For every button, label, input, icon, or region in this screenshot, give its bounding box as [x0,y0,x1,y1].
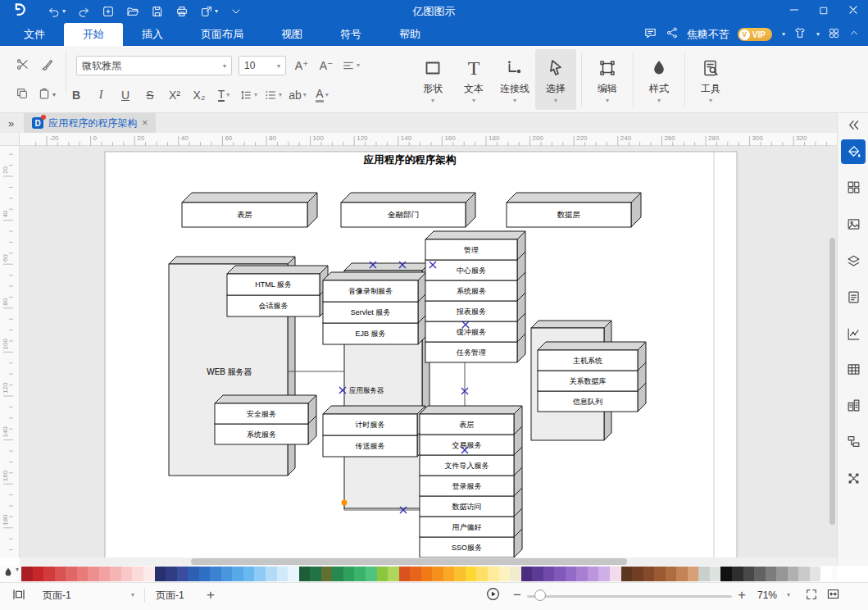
palette-swatch[interactable] [77,567,89,581]
zoom-out-button[interactable]: − [513,583,521,608]
palette-swatch[interactable] [621,567,633,581]
save-button[interactable] [146,3,169,20]
palette-swatch[interactable] [321,567,333,581]
horizontal-scrollbar[interactable] [20,558,837,566]
underline-button[interactable]: U [113,84,138,106]
connector-endpoint-dot[interactable] [342,500,348,506]
italic-button[interactable]: I [89,84,113,106]
palette-swatch[interactable] [354,567,366,581]
apps-grid-icon[interactable] [828,27,840,43]
palette-swatch[interactable] [443,567,455,581]
menu-tab-6[interactable]: 符号 [321,23,380,46]
palette-swatch[interactable] [277,567,289,581]
palette-swatch[interactable] [632,567,643,581]
palette-swatch[interactable] [554,567,566,581]
diagram-service-stack-3[interactable]: EJB 服务Servlet 服务音像录制服务 [323,272,426,344]
diagram-layer-box-1[interactable]: 表层 [182,193,317,227]
palette-swatch[interactable] [288,567,299,581]
diagram-service-stack-2[interactable]: 系统服务安全服务 [215,395,316,444]
font-color-button[interactable]: A▾ [310,84,334,106]
palette-swatch[interactable] [399,567,411,581]
palette-swatch[interactable] [410,567,421,581]
connector-tool-button[interactable]: 连接线▾ [494,49,535,110]
zoom-level[interactable]: 71% [757,583,777,608]
palette-swatch[interactable] [366,567,377,581]
edit-tool-button[interactable]: 编辑▾ [587,49,628,110]
add-page-button[interactable]: + [207,583,215,608]
zoom-slider-track[interactable] [527,595,732,598]
bullet-list-button[interactable]: ▾ [261,84,285,106]
diagram-service-stack-7[interactable]: 信息队列关系数据库主机系统 [538,342,646,412]
palette-swatch[interactable] [132,567,143,581]
palette-swatch[interactable] [88,567,99,581]
palette-swatch[interactable] [310,567,321,581]
palette-swatch[interactable] [810,567,821,581]
character-spacing-button[interactable]: ab▾ [285,84,310,106]
zoom-in-button[interactable]: + [738,583,746,608]
tab-list-expander[interactable]: » [8,117,12,130]
palette-swatch[interactable] [121,567,133,581]
vip-badge[interactable]: V VIP [738,28,772,41]
menu-tab-4[interactable]: 页面布局 [182,23,262,46]
fill-color-icon[interactable]: ▾ [0,567,21,581]
palette-swatch[interactable] [110,567,121,581]
palette-swatch[interactable] [454,567,466,581]
copy-button[interactable] [10,84,34,106]
palette-swatch[interactable] [221,567,233,581]
palette-swatch[interactable] [643,567,655,581]
palette-swatch[interactable] [143,567,155,581]
strikethrough-button[interactable]: S [138,84,162,106]
presentation-play-button[interactable] [485,583,501,608]
page-selector[interactable]: 页面-1 [43,583,71,608]
drawing-canvas[interactable]: WEB 服务器表层金融部门数据层会话服务HTML 服务系统服务安全服务EJB 服… [20,146,837,558]
palette-swatch[interactable] [166,567,177,581]
layers-panel-icon[interactable] [841,248,866,273]
shape-tool-button[interactable]: 形状▾ [412,49,453,110]
diagram-service-stack-4[interactable]: 传送服务计时服务 [323,406,425,457]
undo-button[interactable]: ▾ [43,3,70,20]
vip-dropdown-caret[interactable]: ▾ [782,31,785,38]
font-family-select[interactable]: 微软雅黑▾ [76,56,232,75]
fill-style-panel-icon[interactable] [841,139,866,164]
user-name[interactable]: 焦糖不苦 [687,27,729,42]
palette-swatch[interactable] [266,567,277,581]
diagram-free-label[interactable]: 应用服务器 [349,386,384,394]
palette-swatch[interactable] [43,567,55,581]
tools-menu-button[interactable]: 工具▾ [690,49,731,110]
palette-swatch[interactable] [33,567,44,581]
palette-swatch[interactable] [666,567,677,581]
fullscreen-icon[interactable] [805,583,818,608]
document-tab[interactable]: D 应用程序的程序架构 × [24,113,156,133]
align-text-button[interactable]: ▾ [339,55,363,76]
app-logo-icon[interactable] [11,2,28,21]
palette-swatch[interactable] [543,567,555,581]
page-selector-caret[interactable]: ▾ [130,583,134,608]
swimlane-panel-icon[interactable] [841,429,866,453]
format-painter-button[interactable] [34,55,59,76]
palette-swatch[interactable] [421,567,433,581]
diagram-layer-box-3[interactable]: 数据层 [507,193,641,227]
palette-swatch[interactable] [798,567,810,581]
fit-width-icon[interactable] [826,583,840,608]
theme-dropdown-caret[interactable]: ▾ [816,31,820,38]
open-file-button[interactable] [121,3,144,20]
palette-swatch[interactable] [521,567,533,581]
palette-swatch[interactable] [654,567,666,581]
page-overview-icon[interactable] [11,583,26,608]
palette-swatch[interactable] [188,567,199,581]
page-tab[interactable]: 页面-1 [156,583,184,608]
paste-button[interactable]: ▾ [34,84,59,106]
menu-tab-3[interactable]: 插入 [123,23,182,46]
palette-swatch[interactable] [532,567,543,581]
diagram-service-stack-5[interactable]: 任务管理缓冲服务报表服务系统服务中心服务管理 [425,231,525,362]
menu-tab-2[interactable]: 开始 [64,23,123,46]
feedback-icon[interactable] [643,26,657,43]
vertical-scrollbar[interactable] [829,238,835,525]
palette-swatch[interactable] [243,567,255,581]
table-panel-icon[interactable] [841,357,866,381]
superscript-button[interactable]: X² [162,84,187,106]
collapse-ribbon-icon[interactable] [848,27,860,42]
text-style-button[interactable]: T▾ [211,84,236,106]
menu-tab-1[interactable]: 文件 [5,23,64,46]
palette-swatch[interactable] [377,567,389,581]
